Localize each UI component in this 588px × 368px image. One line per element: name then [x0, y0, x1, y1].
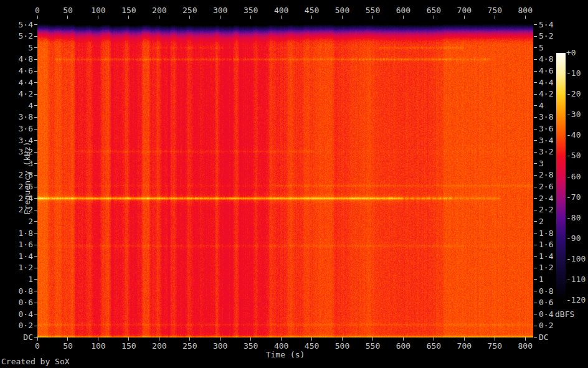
x-axis-tick-top	[372, 16, 373, 19]
y-axis-tick-label-left: 1·8	[0, 229, 33, 238]
y-axis-tick-right	[534, 36, 537, 37]
y-axis-tick-right	[534, 140, 537, 141]
x-axis-tick-top	[67, 16, 68, 19]
y-axis-tick-right	[534, 268, 537, 268]
y-axis-tick-left	[34, 233, 37, 234]
x-axis-tick-bottom	[342, 337, 343, 341]
y-axis-tick-label-left: 3·2	[0, 148, 33, 156]
y-axis-tick-label-left: 5	[0, 44, 33, 52]
x-axis-tick-bottom	[311, 337, 312, 341]
y-axis-tick-left	[34, 221, 37, 222]
y-axis-tick-left	[34, 47, 37, 48]
y-axis-tick-right	[534, 233, 537, 234]
y-axis-tick-right	[534, 94, 537, 95]
colorbar-tick-label: -40	[566, 131, 581, 139]
y-axis-tick-left	[34, 268, 37, 268]
y-axis-tick-label-right: 3·6	[539, 125, 553, 133]
colorbar-tick-label: -80	[566, 214, 581, 222]
x-axis-tick-bottom	[403, 337, 404, 341]
x-axis-tick-bottom	[37, 337, 38, 341]
y-axis-tick-label-left: 0·8	[0, 287, 33, 296]
y-axis-tick-left	[34, 291, 37, 291]
y-axis-tick-label-left: 4·6	[0, 67, 33, 75]
x-axis-tick-top	[434, 16, 434, 19]
y-axis-tick-left	[34, 210, 37, 210]
y-axis-tick-left	[34, 117, 37, 118]
y-axis-tick-label-right: 4·6	[539, 67, 553, 75]
y-axis-tick-label-right: 2·8	[539, 171, 553, 179]
y-axis-tick-right	[534, 187, 537, 187]
x-axis-tick-top	[128, 16, 129, 19]
y-axis-tick-label-right: DC	[539, 333, 549, 342]
x-axis-tick-label-bottom: 800	[506, 342, 544, 351]
colorbar-tick-label: -10	[566, 69, 581, 78]
y-axis-tick-right	[534, 59, 537, 60]
x-axis-tick-bottom	[372, 337, 373, 341]
y-axis-tick-left	[34, 82, 37, 83]
y-axis-tick-right	[534, 129, 537, 130]
y-axis-tick-label-right: 1·6	[539, 240, 553, 249]
y-axis-tick-label-right: 1·8	[539, 229, 553, 238]
y-axis-tick-label-right: 2	[539, 217, 544, 226]
y-axis-tick-left	[34, 337, 37, 338]
x-axis-tick-top	[250, 16, 251, 19]
y-axis-tick-right	[534, 314, 537, 314]
x-axis-tick-top	[311, 16, 312, 19]
x-axis-tick-bottom	[495, 337, 495, 341]
y-axis-tick-right	[534, 117, 537, 118]
y-axis-tick-left	[34, 36, 37, 37]
y-axis-tick-label-left: 2·6	[0, 182, 33, 191]
y-axis-tick-label-left: 4·8	[0, 55, 33, 64]
y-axis-tick-label-right: 1·4	[539, 252, 553, 261]
x-axis-tick-top	[464, 16, 465, 19]
y-axis-tick-left	[34, 279, 37, 280]
colorbar-tick-label: -110	[566, 275, 586, 284]
x-axis-tick-top	[281, 16, 282, 19]
y-axis-tick-label-left: 3·4	[0, 136, 33, 145]
y-axis-tick-label-left: 0·6	[0, 298, 33, 307]
colorbar-tick-label: -30	[566, 110, 581, 119]
colorbar-tick-label: -100	[566, 255, 586, 263]
y-axis-tick-right	[534, 221, 537, 222]
y-axis-tick-left	[34, 152, 37, 153]
y-axis-tick-right	[534, 163, 537, 164]
y-axis-tick-label-left: 1	[0, 275, 33, 284]
colorbar-tick-label: -70	[566, 193, 581, 202]
y-axis-tick-label-right: 4·4	[539, 78, 553, 87]
y-axis-tick-left	[34, 129, 37, 130]
y-axis-tick-label-left: 5·2	[0, 32, 33, 40]
y-axis-tick-label-right: 4·8	[539, 55, 553, 64]
y-axis-tick-right	[534, 198, 537, 199]
colorbar-tick-label: -20	[566, 90, 581, 98]
colorbar-unit-label: dBFS	[555, 310, 574, 319]
y-axis-tick-left	[34, 245, 37, 245]
y-axis-tick-label-right: 5·4	[539, 21, 553, 29]
x-axis-tick-bottom	[525, 337, 526, 341]
colorbar-tick-label: -120	[566, 296, 586, 304]
y-axis-tick-label-left: 1·4	[0, 252, 33, 261]
y-axis-tick-left	[34, 59, 37, 60]
y-axis-tick-label-left: 3	[0, 159, 33, 168]
y-axis-tick-label-left: DC	[0, 333, 33, 342]
y-axis-tick-left	[34, 256, 37, 257]
y-axis-tick-label-right: 1	[539, 275, 544, 284]
y-axis-tick-right	[534, 245, 537, 245]
y-axis-tick-label-left: 1·2	[0, 263, 33, 272]
y-axis-tick-label-right: 3·4	[539, 136, 553, 145]
x-axis-tick-bottom	[434, 337, 434, 341]
y-axis-tick-label-left: 5·4	[0, 21, 33, 29]
x-axis-tick-bottom	[464, 337, 465, 341]
y-axis-tick-label-right: 4·2	[539, 90, 553, 98]
x-axis-tick-label-top: 800	[506, 6, 544, 15]
y-axis-tick-left	[34, 94, 37, 95]
x-axis-title: Time (s)	[248, 351, 323, 359]
y-axis-tick-label-left: 4·4	[0, 78, 33, 87]
x-axis-tick-top	[159, 16, 159, 19]
y-axis-tick-left	[34, 187, 37, 187]
y-axis-tick-label-right: 0·2	[539, 321, 553, 330]
x-axis-tick-top	[37, 16, 38, 19]
x-axis-tick-bottom	[281, 337, 282, 341]
y-axis-tick-right	[534, 256, 537, 257]
sox-spectrogram-figure: Frequency (kHz) Time (s) dBFS Created by…	[0, 0, 588, 368]
colorbar-tick-label: -50	[566, 151, 581, 160]
